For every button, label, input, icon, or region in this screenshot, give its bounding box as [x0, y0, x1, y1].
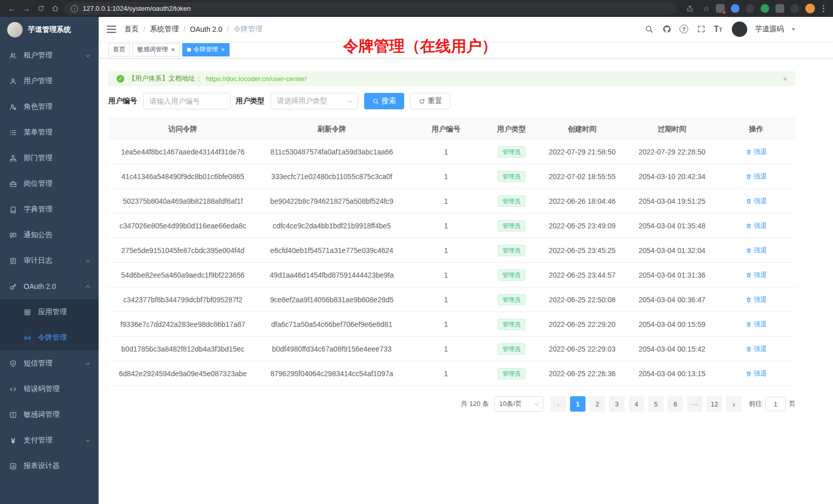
browser-menu-icon[interactable]: [821, 5, 826, 12]
force-logout-button[interactable]: 强退: [746, 147, 767, 157]
page-button-2[interactable]: 2: [590, 396, 605, 412]
user-type-cell: 管理员: [486, 312, 537, 337]
list-icon: [9, 129, 17, 137]
extension-icon[interactable]: [731, 4, 740, 13]
extensions-puzzle-icon[interactable]: [775, 4, 784, 13]
user-type-cell: 管理员: [486, 238, 537, 263]
force-logout-button[interactable]: 强退: [746, 246, 767, 255]
user-name[interactable]: 芋道源码: [755, 25, 784, 34]
force-logout-button[interactable]: 强退: [746, 221, 767, 230]
user-id-input[interactable]: [143, 93, 231, 109]
force-logout-button[interactable]: 强退: [746, 197, 767, 206]
browser-reload-button[interactable]: [34, 2, 47, 15]
font-size-icon[interactable]: TT: [714, 25, 722, 33]
bookmark-star-button[interactable]: ☆: [703, 2, 710, 15]
page-jump-input[interactable]: [765, 397, 786, 411]
extension-icon[interactable]: [746, 4, 754, 13]
sidebar-item-report-designer[interactable]: 报表设计器: [0, 453, 99, 479]
sidebar-item-error-code[interactable]: 错误码管理: [0, 376, 99, 402]
expires-at-cell: 2054-03-10 20:42:34: [627, 164, 717, 189]
tab-sensitive-word[interactable]: 敏感词管理 ×: [132, 43, 180, 56]
user-avatar[interactable]: [732, 22, 747, 37]
share-button[interactable]: [684, 2, 697, 15]
access-token-cell: 1ea5e44f8bc1467aaede43144f31de76: [108, 140, 257, 164]
page-button-5[interactable]: 5: [648, 396, 664, 412]
extension-icon[interactable]: [716, 4, 725, 13]
sidebar-item-oauth2[interactable]: OAuth 2.0: [0, 274, 99, 299]
chevron-down-icon: [86, 437, 90, 441]
url-text[interactable]: 127.0.0.1:1024/system/oauth2/token: [83, 5, 191, 12]
delete-icon: [746, 371, 752, 377]
sidebar-item-oauth2-token[interactable]: 令牌管理: [0, 325, 99, 351]
expires-at-cell: 2054-03-04 01:31:36: [627, 263, 717, 287]
force-logout-button[interactable]: 强退: [746, 172, 767, 181]
sidebar-toggle-icon[interactable]: [107, 26, 116, 33]
breadcrumb-oauth2[interactable]: OAuth 2.0: [190, 25, 222, 33]
browser-home-button[interactable]: [48, 2, 62, 15]
column-actions: 操作: [717, 119, 796, 140]
fullscreen-icon[interactable]: [696, 24, 706, 34]
search-button[interactable]: 搜索: [364, 93, 404, 109]
tab-close-icon[interactable]: ×: [171, 46, 175, 53]
column-user-id: 用户编号: [406, 119, 486, 140]
site-info-icon[interactable]: i: [71, 5, 78, 12]
sidebar-item-sms[interactable]: 短信管理: [0, 351, 99, 376]
page-button-12[interactable]: 12: [707, 396, 722, 412]
sidebar-item-role[interactable]: 角色管理: [0, 94, 99, 120]
sidebar-item-post[interactable]: 岗位管理: [0, 171, 99, 197]
sidebar-item-oauth2-client[interactable]: 应用管理: [0, 299, 99, 325]
chevron-down-icon: [86, 52, 90, 56]
browser-profile-avatar[interactable]: [805, 4, 815, 13]
sidebar-item-menu[interactable]: 菜单管理: [0, 120, 99, 145]
success-check-icon: ✓: [117, 75, 124, 83]
github-icon[interactable]: [661, 24, 672, 34]
breadcrumb-current: 令牌管理: [234, 25, 262, 34]
user-type-select[interactable]: 请选择用户类型: [271, 93, 358, 109]
prev-page-button[interactable]: ‹: [551, 396, 566, 412]
sidebar-item-audit-log[interactable]: 审计日志: [0, 248, 99, 274]
user-menu-caret-icon[interactable]: [791, 28, 796, 31]
force-logout-button[interactable]: 强退: [746, 369, 767, 378]
page-button-1[interactable]: 1: [570, 396, 585, 412]
expires-at-cell: 2054-03-04 00:36:47: [627, 287, 717, 312]
force-logout-button[interactable]: 强退: [746, 320, 767, 329]
force-logout-button[interactable]: 强退: [746, 295, 767, 304]
extension-icon[interactable]: [761, 4, 769, 13]
sidebar-item-notice[interactable]: 通知公告: [0, 222, 99, 248]
page-button-3[interactable]: 3: [609, 396, 624, 412]
sidebar-item-dict[interactable]: 字典管理: [0, 197, 99, 222]
tab-close-icon[interactable]: ×: [221, 46, 225, 53]
page-ellipsis[interactable]: ···: [687, 396, 703, 412]
breadcrumb-system[interactable]: 系统管理: [150, 25, 179, 34]
action-cell: 强退: [717, 361, 796, 386]
doc-link[interactable]: https://doc.iocoder.cn/user-center/: [206, 75, 307, 83]
breadcrumb-home[interactable]: 首页: [124, 25, 139, 34]
sidebar-item-user[interactable]: 用户管理: [0, 68, 99, 94]
page-size-select[interactable]: 10条/页: [494, 396, 543, 412]
force-logout-button[interactable]: 强退: [746, 270, 767, 280]
next-page-button[interactable]: ›: [726, 396, 742, 412]
user-type-tag: 管理员: [498, 343, 525, 355]
page-button-6[interactable]: 6: [668, 396, 683, 412]
jump-label: 前往: [749, 399, 762, 409]
sidebar-item-sensitive-word[interactable]: 敏感词管理: [0, 402, 99, 428]
tab-oauth2-token[interactable]: 令牌管理 ×: [182, 43, 230, 56]
extension-icon[interactable]: [790, 4, 799, 13]
force-logout-button[interactable]: 强退: [746, 344, 767, 354]
delete-icon: [746, 247, 752, 254]
alert-close-icon[interactable]: ×: [783, 75, 787, 83]
sidebar-item-pay[interactable]: ¥ 支付管理: [0, 428, 99, 453]
pagination: 共 120 条 10条/页 ‹ 1 2 3 4 5 6 ··· 12 › 前往: [108, 396, 796, 412]
page-button-4[interactable]: 4: [629, 396, 644, 412]
browser-forward-button[interactable]: →: [20, 2, 33, 15]
help-icon[interactable]: ?: [679, 25, 688, 33]
sidebar-item-tenant[interactable]: 租户管理: [0, 43, 99, 68]
header-search-icon[interactable]: [643, 24, 654, 34]
address-bar[interactable]: i 127.0.0.1:1024/system/oauth2/token: [65, 2, 676, 15]
sidebar-item-dept[interactable]: 部门管理: [0, 145, 99, 171]
reset-button[interactable]: 重置: [410, 93, 450, 109]
tab-home[interactable]: 首页: [108, 43, 130, 56]
browser-back-button[interactable]: ←: [5, 2, 18, 15]
app-logo[interactable]: 芋道管理系统: [0, 17, 99, 43]
chevron-up-icon: [86, 285, 90, 289]
